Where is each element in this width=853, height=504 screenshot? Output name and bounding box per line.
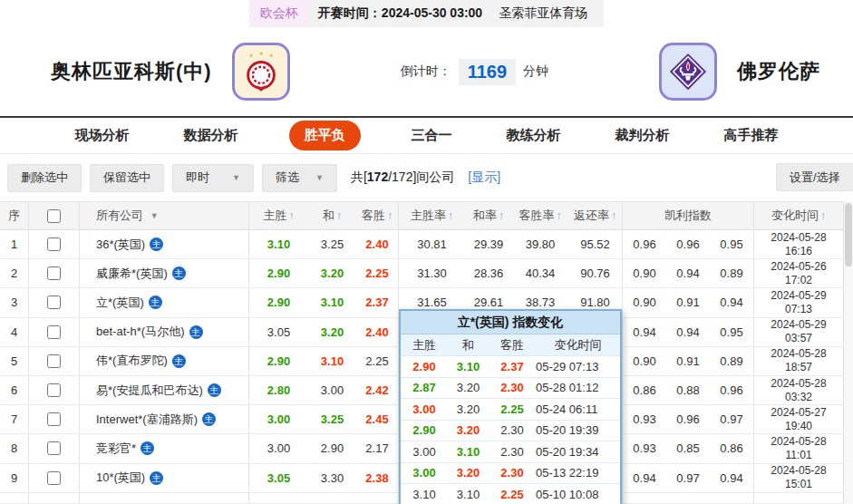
col-away-odds[interactable]: 客胜↑ — [356, 202, 399, 229]
chevron-down-icon: ▼ — [150, 211, 159, 220]
col-draw-rate[interactable]: 和率↑ — [465, 202, 512, 229]
change-time: 2024-05-2903:57 — [754, 318, 843, 346]
home-rate: 30.81 — [399, 230, 465, 258]
popup-draw-odds: 3.20 — [448, 466, 489, 480]
popup-away-odds: 2.25 — [489, 488, 536, 501]
row-checkbox-cell — [29, 376, 80, 404]
nav-tab-6[interactable]: 高手推荐 — [721, 121, 782, 150]
nav-tab-5[interactable]: 裁判分析 — [612, 121, 674, 150]
row-checkbox[interactable] — [47, 325, 61, 339]
away-odds: 2.25 — [356, 347, 399, 375]
instant-dropdown[interactable]: 即时 ▼ — [172, 164, 254, 192]
main-company-icon: 主 — [208, 383, 221, 397]
company-name-cell[interactable]: 立*(英国)主 — [80, 288, 249, 316]
odds-table-row: 2 威廉希*(英国)主 2.90 3.20 2.25 31.30 28.36 4… — [0, 259, 853, 288]
nav-tab-1[interactable]: 数据分析 — [180, 121, 242, 150]
company-name-cell[interactable]: 伟*(直布罗陀)主 — [80, 347, 249, 375]
row-checkbox-cell — [29, 318, 80, 346]
home-team-logo-icon — [232, 43, 290, 101]
sort-asc-icon: ↑ — [611, 209, 616, 222]
row-index: 5 — [0, 347, 29, 375]
row-checkbox-cell — [29, 259, 80, 287]
row-index: 2 — [0, 259, 29, 287]
col-draw-odds[interactable]: 和↑ — [308, 202, 356, 229]
company-name-cell[interactable]: 竞彩官*主 — [80, 434, 249, 462]
kelly-indices: 0.930.960.97 — [623, 405, 754, 433]
popup-away-odds: 2.30 — [489, 423, 536, 437]
away-odds: 2.42 — [356, 376, 399, 404]
col-away-rate[interactable]: 客胜率↑ — [512, 202, 568, 229]
company-name-cell[interactable]: 易*(安提瓜和巴布达)主 — [80, 376, 249, 404]
row-checkbox[interactable] — [47, 237, 61, 251]
company-name-cell[interactable]: bet-at-h*(马尔他)主 — [80, 318, 249, 346]
popup-away-odds: 2.25 — [489, 402, 536, 416]
show-link[interactable]: [显示] — [468, 170, 500, 186]
col-home-rate[interactable]: 主胜率↑ — [399, 202, 465, 229]
nav-tab-0[interactable]: 现场分析 — [72, 121, 133, 150]
company-name-cell[interactable]: Interwet*(塞浦路斯)主 — [80, 405, 249, 433]
away-rate: 39.80 — [512, 230, 568, 258]
draw-odds: 3.25 — [308, 230, 356, 258]
filter-dropdown[interactable]: 筛选 ▼ — [262, 164, 337, 192]
row-checkbox[interactable] — [47, 441, 61, 455]
draw-odds: 3.20 — [308, 259, 356, 287]
select-all-checkbox-cell — [29, 202, 80, 229]
popup-away-odds: 2.30 — [489, 381, 536, 394]
nav-tab-4[interactable]: 教练分析 — [503, 121, 565, 150]
keep-selected-button[interactable]: 保留选中 — [90, 164, 164, 192]
company-name-cell[interactable]: 36*(英国)主 — [80, 230, 249, 258]
away-odds: 2.37 — [356, 288, 399, 316]
select-all-checkbox[interactable] — [47, 209, 61, 223]
row-index: 6 — [0, 376, 29, 404]
row-checkbox[interactable] — [47, 412, 61, 426]
sort-asc-icon: ↑ — [448, 209, 453, 222]
draw-rate: 29.39 — [465, 230, 512, 258]
popup-row: 3.00 3.20 2.30 05-13 22:19 — [401, 463, 620, 485]
sort-asc-icon: ↑ — [557, 209, 562, 222]
main-company-icon: 主 — [202, 412, 216, 426]
company-name: 竞彩官* — [96, 441, 136, 457]
sort-asc-icon: ↑ — [387, 209, 393, 222]
popup-col-away: 客胜 — [489, 337, 536, 354]
scrollbar-thumb[interactable] — [845, 203, 852, 267]
col-change-time[interactable]: 变化时间↑ — [754, 202, 843, 229]
vertical-scrollbar[interactable] — [843, 201, 853, 504]
home-odds: 2.90 — [249, 288, 308, 316]
row-checkbox[interactable] — [47, 267, 61, 280]
row-index: 8 — [0, 434, 29, 462]
draw-odds: 3.25 — [308, 405, 356, 433]
table-toolbar: 删除选中 保留选中 即时 ▼ 筛选 ▼ 共[172/172]间公司 [显示] 设… — [0, 154, 853, 201]
away-odds: 2.38 — [356, 464, 399, 492]
kelly-indices: 0.940.940.95 — [623, 318, 754, 346]
row-index: 1 — [0, 230, 29, 258]
company-name-cell[interactable]: 10*(英国)主 — [80, 464, 249, 492]
nav-tab-3[interactable]: 三合一 — [408, 121, 456, 150]
company-name: 36*(英国) — [96, 237, 145, 253]
row-index: 7 — [0, 405, 29, 433]
col-return-rate[interactable]: 返还率↑ — [568, 202, 623, 229]
home-odds: 3.10 — [249, 230, 308, 258]
col-company[interactable]: 所有公司 ▼ — [80, 202, 249, 229]
popup-home-odds: 3.00 — [401, 402, 448, 416]
settings-select-button[interactable]: 设置/选择 — [776, 163, 853, 191]
countdown: 倒计时： 1169 分钟 — [290, 59, 659, 85]
sort-asc-icon: ↑ — [289, 209, 295, 222]
row-checkbox-cell — [29, 434, 80, 462]
row-checkbox[interactable] — [47, 296, 61, 309]
row-checkbox-cell — [29, 347, 80, 375]
col-home-odds[interactable]: 主胜↑ — [249, 202, 308, 229]
delete-selected-button[interactable]: 删除选中 — [7, 164, 82, 192]
change-time: 2024-05-2818:57 — [754, 347, 843, 375]
away-team-name: 佛罗伦萨 — [737, 58, 820, 85]
league-badge[interactable]: 欧会杯 — [249, 0, 309, 27]
popup-row: 3.00 3.20 2.25 05-24 06:11 — [401, 399, 620, 421]
row-checkbox[interactable] — [47, 471, 61, 485]
away-odds: 2.45 — [356, 405, 399, 433]
home-odds: 2.80 — [249, 376, 308, 404]
popup-change-time: 05-20 19:34 — [536, 445, 620, 459]
company-name-cell[interactable]: 威廉希*(英国)主 — [80, 259, 249, 287]
row-checkbox[interactable] — [47, 354, 61, 368]
row-checkbox[interactable] — [47, 383, 61, 397]
nav-tab-2[interactable]: 胜平负 — [289, 121, 361, 150]
change-time: 2024-05-2803:32 — [754, 376, 843, 404]
